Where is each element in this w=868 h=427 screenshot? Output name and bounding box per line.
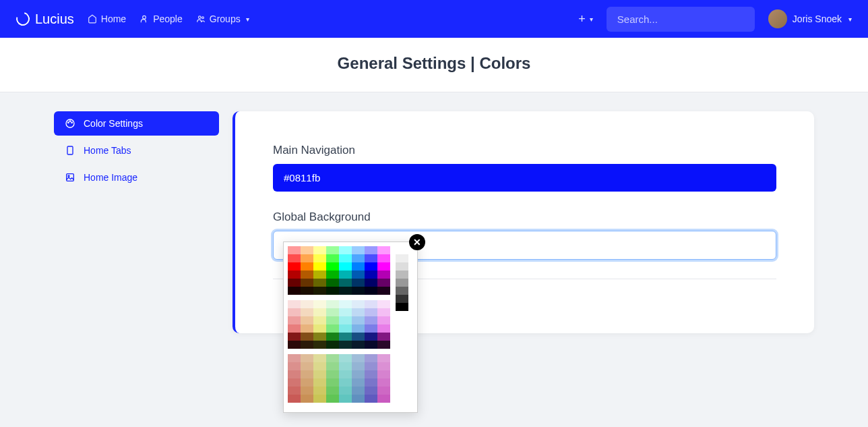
color-swatch[interactable] [339, 370, 352, 378]
color-swatch[interactable] [288, 324, 301, 333]
gray-swatch[interactable] [396, 303, 408, 311]
color-swatch[interactable] [313, 378, 326, 387]
color-swatch[interactable] [288, 279, 301, 287]
color-swatch[interactable] [313, 308, 326, 316]
color-swatch[interactable] [339, 300, 352, 308]
search-input[interactable] [607, 7, 755, 32]
color-swatch[interactable] [301, 378, 313, 387]
sidebar-item-home-image[interactable]: Home Image [54, 165, 219, 190]
color-swatch[interactable] [352, 395, 365, 403]
color-swatch[interactable] [365, 324, 377, 333]
color-swatch[interactable] [365, 246, 377, 254]
sidebar-item-color-settings[interactable]: Color Settings [54, 111, 219, 136]
color-swatch[interactable] [339, 271, 352, 279]
color-swatch[interactable] [352, 279, 365, 287]
color-swatch[interactable] [377, 300, 390, 308]
color-swatch[interactable] [301, 316, 313, 324]
color-swatch[interactable] [326, 395, 339, 403]
color-swatch[interactable] [377, 287, 390, 295]
color-swatch[interactable] [365, 262, 377, 271]
color-swatch[interactable] [288, 316, 301, 324]
user-menu[interactable]: Joris Snoek ▾ [768, 9, 852, 28]
color-swatch[interactable] [377, 246, 390, 254]
color-swatch[interactable] [352, 387, 365, 395]
gray-swatch[interactable] [396, 271, 408, 279]
color-swatch[interactable] [352, 341, 365, 349]
color-swatch[interactable] [326, 324, 339, 333]
color-swatch[interactable] [313, 271, 326, 279]
nav-groups[interactable]: Groups ▾ [196, 13, 249, 24]
color-swatch[interactable] [377, 308, 390, 316]
color-swatch[interactable] [365, 341, 377, 349]
color-swatch[interactable] [326, 246, 339, 254]
color-swatch[interactable] [377, 378, 390, 387]
color-swatch[interactable] [352, 246, 365, 254]
color-swatch[interactable] [377, 370, 390, 378]
nav-people[interactable]: People [140, 13, 183, 24]
color-swatch[interactable] [365, 333, 377, 341]
color-swatch[interactable] [352, 316, 365, 324]
color-swatch[interactable] [313, 341, 326, 349]
gray-swatch[interactable] [396, 279, 408, 287]
color-swatch[interactable] [377, 333, 390, 341]
color-swatch[interactable] [339, 254, 352, 262]
color-swatch[interactable] [377, 254, 390, 262]
color-swatch[interactable] [326, 300, 339, 308]
color-swatch[interactable] [352, 378, 365, 387]
color-swatch[interactable] [313, 279, 326, 287]
color-swatch[interactable] [288, 354, 301, 362]
color-swatch[interactable] [365, 370, 377, 378]
color-swatch[interactable] [377, 324, 390, 333]
color-swatch[interactable] [377, 262, 390, 271]
color-swatch[interactable] [339, 316, 352, 324]
color-swatch[interactable] [365, 279, 377, 287]
color-swatch[interactable] [352, 333, 365, 341]
color-swatch[interactable] [313, 362, 326, 370]
color-swatch[interactable] [313, 387, 326, 395]
color-swatch[interactable] [288, 362, 301, 370]
color-swatch[interactable] [301, 333, 313, 341]
color-swatch[interactable] [313, 316, 326, 324]
color-swatch[interactable] [352, 308, 365, 316]
color-swatch[interactable] [301, 246, 313, 254]
color-swatch[interactable] [352, 262, 365, 271]
color-swatch[interactable] [288, 300, 301, 308]
color-swatch[interactable] [365, 287, 377, 295]
color-swatch[interactable] [352, 324, 365, 333]
color-swatch[interactable] [365, 300, 377, 308]
color-swatch[interactable] [301, 308, 313, 316]
color-swatch[interactable] [339, 362, 352, 370]
color-swatch[interactable] [313, 287, 326, 295]
color-swatch[interactable] [301, 287, 313, 295]
color-swatch[interactable] [326, 354, 339, 362]
color-swatch[interactable] [313, 354, 326, 362]
color-swatch[interactable] [313, 262, 326, 271]
color-swatch[interactable] [365, 354, 377, 362]
color-swatch[interactable] [313, 324, 326, 333]
color-swatch[interactable] [288, 287, 301, 295]
color-swatch[interactable] [326, 308, 339, 316]
color-swatch[interactable] [326, 316, 339, 324]
color-swatch[interactable] [377, 362, 390, 370]
brand[interactable]: Lucius [16, 11, 74, 27]
color-swatch[interactable] [339, 387, 352, 395]
color-swatch[interactable] [326, 387, 339, 395]
color-swatch[interactable] [313, 246, 326, 254]
color-swatch[interactable] [301, 279, 313, 287]
main-nav-color-input[interactable] [273, 164, 776, 192]
color-swatch[interactable] [326, 370, 339, 378]
color-swatch[interactable] [326, 341, 339, 349]
color-swatch[interactable] [365, 395, 377, 403]
color-swatch[interactable] [352, 354, 365, 362]
color-swatch[interactable] [352, 271, 365, 279]
color-swatch[interactable] [301, 387, 313, 395]
close-icon[interactable]: ✕ [409, 234, 425, 250]
color-swatch[interactable] [301, 370, 313, 378]
add-button[interactable]: + ▾ [578, 12, 593, 26]
color-swatch[interactable] [326, 271, 339, 279]
color-swatch[interactable] [288, 370, 301, 378]
color-swatch[interactable] [301, 262, 313, 271]
color-swatch[interactable] [326, 333, 339, 341]
nav-home[interactable]: Home [88, 13, 126, 24]
color-swatch[interactable] [288, 341, 301, 349]
